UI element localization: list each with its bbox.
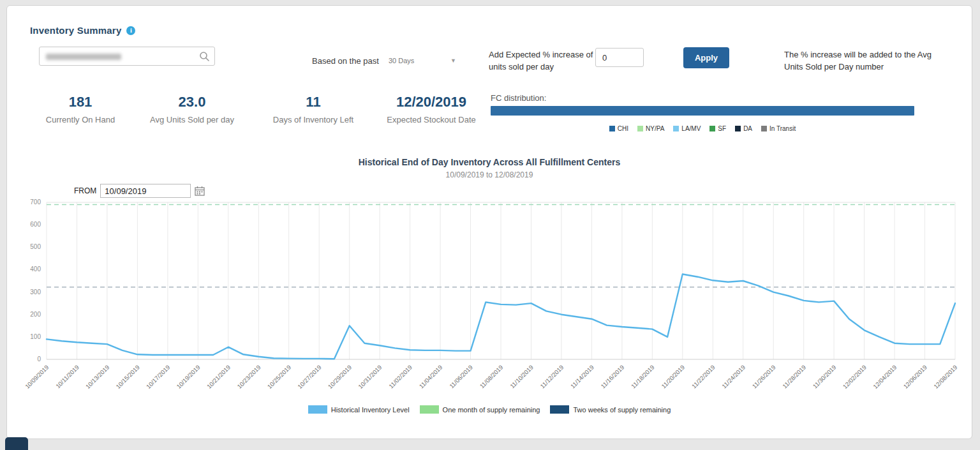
stat-avg-units-sold: 23.0 Avg Units Sold per day — [131, 94, 253, 124]
legend-swatch — [609, 126, 615, 131]
legend-swatch — [308, 405, 327, 414]
svg-text:11/14/2019: 11/14/2019 — [569, 364, 595, 390]
legend-label: Historical Inventory Level — [331, 406, 410, 414]
legend-swatch — [735, 126, 741, 131]
svg-text:200: 200 — [30, 311, 41, 318]
chart-legend-item[interactable]: Two weeks of supply remaining — [550, 405, 671, 414]
chart-legend-item[interactable]: One month of supply remaining — [420, 405, 540, 414]
legend-label: One month of supply remaining — [443, 406, 540, 414]
fc-distribution-bar — [491, 106, 914, 116]
legend-swatch — [673, 126, 679, 131]
svg-text:11/20/2019: 11/20/2019 — [660, 364, 686, 390]
product-search-input[interactable] — [39, 47, 215, 66]
fc-legend-item[interactable]: DA — [735, 125, 752, 132]
based-on-past-label: Based on the past — [312, 56, 379, 66]
stat-label: Days of Inventory Left — [253, 115, 374, 124]
svg-text:400: 400 — [30, 266, 41, 273]
svg-text:100: 100 — [30, 333, 41, 340]
legend-swatch — [761, 126, 767, 131]
stat-label: Expected Stockout Date — [363, 115, 500, 124]
svg-text:700: 700 — [30, 199, 41, 206]
from-date-input[interactable] — [100, 184, 191, 198]
info-icon[interactable]: i — [126, 26, 135, 35]
calendar-icon[interactable] — [195, 186, 205, 196]
stat-expected-stockout: 12/20/2019 Expected Stockout Date — [363, 94, 500, 124]
legend-label: NY/PA — [646, 125, 664, 132]
inventory-summary-card: Inventory Summary i Based on the past 30… — [6, 5, 972, 439]
fc-legend-item[interactable]: CHI — [609, 125, 628, 132]
legend-swatch — [550, 405, 569, 414]
legend-swatch — [637, 126, 643, 131]
stat-days-of-inventory: 11 Days of Inventory Left — [253, 94, 374, 124]
svg-text:11/26/2019: 11/26/2019 — [751, 364, 777, 390]
card-header: Inventory Summary i — [30, 25, 135, 36]
svg-text:11/16/2019: 11/16/2019 — [599, 364, 625, 390]
chart-legend: Historical Inventory LevelOne month of s… — [7, 405, 972, 414]
svg-text:10/27/2019: 10/27/2019 — [296, 364, 322, 390]
stat-label: Currently On Hand — [20, 115, 141, 124]
svg-text:11/30/2019: 11/30/2019 — [812, 364, 838, 390]
stat-value: 12/20/2019 — [363, 94, 500, 110]
fc-legend-item[interactable]: SF — [709, 125, 726, 132]
legend-label: CHI — [618, 125, 628, 132]
svg-text:500: 500 — [30, 243, 41, 250]
svg-text:300: 300 — [30, 289, 41, 296]
svg-text:10/25/2019: 10/25/2019 — [266, 364, 292, 390]
fc-legend-item[interactable]: LA/MV — [673, 125, 701, 132]
stat-currently-on-hand: 181 Currently On Hand — [20, 94, 141, 124]
chat-widget-tab[interactable] — [5, 437, 28, 450]
svg-text:600: 600 — [30, 221, 41, 228]
svg-text:0: 0 — [37, 356, 41, 363]
svg-text:11/06/2019: 11/06/2019 — [448, 364, 474, 390]
stat-label: Avg Units Sold per day — [131, 115, 253, 124]
legend-label: Two weeks of supply remaining — [573, 406, 671, 414]
legend-label: LA/MV — [681, 125, 701, 132]
svg-text:10/29/2019: 10/29/2019 — [327, 364, 353, 390]
fc-legend: CHINY/PALA/MVSFDAIn Transit — [491, 125, 914, 132]
svg-text:10/19/2019: 10/19/2019 — [175, 364, 201, 390]
svg-text:11/10/2019: 11/10/2019 — [509, 364, 535, 390]
svg-text:10/21/2019: 10/21/2019 — [205, 364, 232, 390]
chart-title: Historical End of Day Inventory Across A… — [7, 157, 972, 167]
svg-text:11/02/2019: 11/02/2019 — [387, 364, 413, 390]
svg-text:10/31/2019: 10/31/2019 — [357, 364, 383, 390]
svg-text:10/11/2019: 10/11/2019 — [54, 364, 80, 390]
svg-text:11/22/2019: 11/22/2019 — [690, 364, 716, 390]
svg-text:10/09/2019: 10/09/2019 — [24, 364, 50, 390]
legend-label: DA — [743, 125, 752, 132]
svg-text:11/08/2019: 11/08/2019 — [479, 364, 505, 390]
period-dropdown[interactable]: 30 Days ▼ — [389, 54, 460, 68]
chart-subtitle: 10/09/2019 to 12/08/2019 — [7, 170, 972, 179]
svg-text:12/04/2019: 12/04/2019 — [872, 364, 898, 390]
svg-text:12/08/2019: 12/08/2019 — [932, 364, 958, 390]
from-label: FROM — [74, 186, 96, 195]
stat-value: 23.0 — [131, 94, 253, 110]
legend-label: SF — [718, 125, 726, 132]
chart-legend-item[interactable]: Historical Inventory Level — [308, 405, 410, 414]
svg-text:11/24/2019: 11/24/2019 — [720, 364, 746, 390]
page-title: Inventory Summary — [30, 25, 121, 36]
svg-text:12/02/2019: 12/02/2019 — [842, 364, 868, 390]
inventory-line-chart[interactable]: 010020030040050060070010/09/201910/11/20… — [19, 197, 968, 408]
fc-legend-item[interactable]: In Transit — [761, 125, 796, 132]
svg-text:11/28/2019: 11/28/2019 — [781, 364, 807, 390]
fc-distribution-label: FC distribution: — [491, 93, 546, 103]
svg-text:10/13/2019: 10/13/2019 — [84, 364, 110, 390]
svg-text:10/23/2019: 10/23/2019 — [235, 364, 262, 390]
svg-text:10/17/2019: 10/17/2019 — [145, 364, 171, 390]
expected-increase-input[interactable] — [595, 48, 644, 67]
expected-increase-label: Add Expected % increase of units sold pe… — [489, 49, 598, 73]
legend-swatch — [709, 126, 715, 131]
svg-text:11/12/2019: 11/12/2019 — [538, 364, 565, 390]
from-date-row: FROM — [74, 184, 205, 198]
stat-value: 181 — [20, 94, 141, 110]
chevron-down-icon: ▼ — [450, 57, 456, 64]
increase-note-text: The % increase will be added to the Avg … — [784, 49, 942, 73]
svg-text:11/04/2019: 11/04/2019 — [418, 364, 444, 390]
fc-legend-item[interactable]: NY/PA — [637, 125, 664, 132]
search-icon[interactable] — [199, 51, 210, 62]
legend-label: In Transit — [769, 125, 796, 132]
svg-text:10/15/2019: 10/15/2019 — [114, 364, 140, 390]
legend-swatch — [420, 405, 439, 414]
apply-button[interactable]: Apply — [683, 47, 729, 68]
